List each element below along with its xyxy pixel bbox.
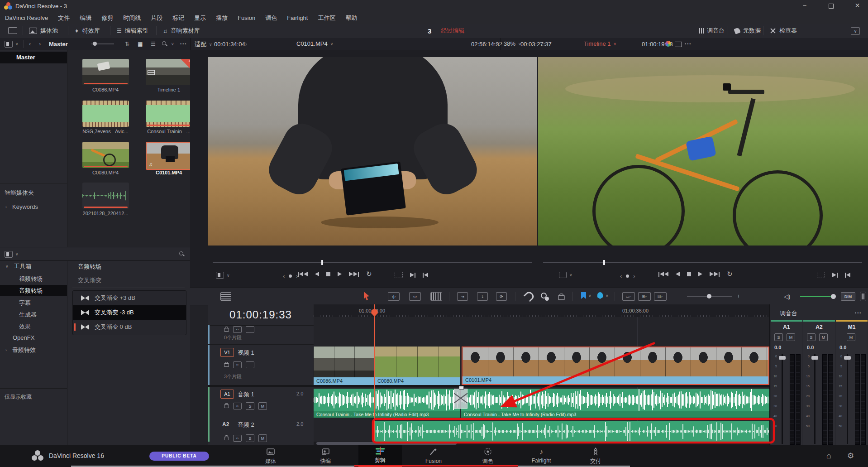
effects-library-toggle[interactable]: ✦ 特效库 <box>74 26 100 36</box>
timeline-scrub-handle[interactable] <box>603 260 605 265</box>
solo-button[interactable]: S <box>246 434 254 442</box>
stop-button[interactable] <box>687 272 691 276</box>
play-reverse-button[interactable] <box>315 272 319 276</box>
resize-frame-icon[interactable] <box>395 272 403 278</box>
sort-icon[interactable]: ⇅ <box>125 41 129 47</box>
marker-icon[interactable] <box>597 292 603 299</box>
page-tab-fusion[interactable]: Fusion <box>412 445 455 467</box>
timeline-clip-c0101-selected[interactable]: C0101.MP4 <box>462 347 769 385</box>
metadata-toggle[interactable]: 元数据 <box>734 26 761 36</box>
menu-trim[interactable]: 修剪 <box>96 14 118 22</box>
toolbox-item-titles[interactable]: 字幕 <box>19 299 31 307</box>
menu-help[interactable]: 帮助 <box>340 14 362 22</box>
transition-crossfade-plus3[interactable]: 交叉渐变 +3 dB <box>73 291 186 305</box>
transition-crossfade-0[interactable]: 交叉渐变 0 dB <box>73 320 186 334</box>
timeline-audio-clip-a2[interactable] <box>375 421 769 442</box>
loop-button[interactable]: ↻ <box>727 271 733 277</box>
page-tab-deliver[interactable]: 交付 <box>574 445 617 467</box>
last-frame-button[interactable] <box>349 272 359 277</box>
crossfade-transition-clip[interactable] <box>454 389 467 409</box>
solo-button[interactable]: S <box>246 402 254 410</box>
source-viewer-options-icon[interactable]: ••• <box>493 42 500 46</box>
menu-clip[interactable]: 片段 <box>146 14 167 22</box>
track-a1-badge[interactable]: A1 <box>220 390 234 399</box>
auto-select-icon[interactable]: ‹› <box>233 326 242 333</box>
fader-handle[interactable] <box>811 356 818 360</box>
source-viewer-mode[interactable]: ∨ <box>216 272 230 279</box>
mute-button[interactable]: M <box>787 333 795 341</box>
thumbnail-view-icon[interactable]: ▦ <box>138 41 143 47</box>
menu-playback[interactable]: 播放 <box>211 14 233 22</box>
palette-icon[interactable] <box>665 41 671 47</box>
smart-bin-keywords[interactable]: › Keywords <box>5 203 38 210</box>
solo-button[interactable]: S <box>774 333 783 341</box>
solo-button[interactable]: S <box>807 333 816 341</box>
timeline-viewer-mode[interactable]: ∨ <box>559 272 572 278</box>
minimize-button[interactable]: – <box>794 0 815 12</box>
first-frame-button[interactable] <box>658 272 668 277</box>
maximize-button[interactable] <box>820 0 841 12</box>
track-filmstrip-icon[interactable] <box>246 326 254 333</box>
match-frame-prev-icon[interactable] <box>845 273 850 278</box>
trim-mode-icon[interactable]: ‹|› <box>388 292 400 301</box>
home-icon[interactable]: ⌂ <box>826 451 831 461</box>
bin-view-icon[interactable] <box>5 41 13 48</box>
track-filmstrip-icon[interactable] <box>246 361 254 368</box>
track-lock-icon[interactable] <box>224 437 229 440</box>
play-button[interactable] <box>338 272 342 276</box>
snapping-magnet-icon[interactable] <box>524 290 535 302</box>
menu-mark[interactable]: 标记 <box>167 14 189 22</box>
timeline-viewer-options-icon[interactable]: ••• <box>685 42 692 46</box>
timeline-scrollbar-thumb[interactable] <box>316 442 457 445</box>
loop-button[interactable]: ↻ <box>366 271 372 277</box>
media-clip-timeline1[interactable]: ✓ <box>146 59 192 85</box>
toolbox-item-effects[interactable]: 效果 <box>19 323 31 331</box>
media-pool-options-icon[interactable]: ••• <box>180 42 187 46</box>
timeline-ruler[interactable]: 01:00:18:00 01:00:36:00 <box>314 304 769 318</box>
last-frame-button[interactable] <box>710 272 720 277</box>
auto-select-icon[interactable]: ‹› <box>233 435 242 442</box>
razor-tool-icon[interactable] <box>430 292 442 301</box>
play-reverse-button[interactable] <box>676 272 680 276</box>
bin-forward-button[interactable]: › <box>39 40 41 47</box>
track-a2-badge[interactable]: A2 <box>222 421 229 428</box>
play-button[interactable] <box>698 272 702 276</box>
media-clip-c0080[interactable] <box>82 142 129 168</box>
timeline-scrub-bar[interactable] <box>543 262 862 263</box>
track-v1-name[interactable]: 视频 1 <box>238 349 254 357</box>
timeline-view-options-icon[interactable] <box>220 292 231 301</box>
toolbox-header[interactable]: ∨ 工具箱 <box>5 262 32 270</box>
media-clip-nsg[interactable] <box>82 101 129 127</box>
single-viewer-icon[interactable] <box>675 42 682 47</box>
fader-handle[interactable] <box>844 356 851 360</box>
page-tab-fairlight[interactable]: ♪ Fairlight <box>520 445 563 467</box>
timeline-name-select[interactable]: Timeline 1 ∨ <box>584 40 616 47</box>
page-tab-media[interactable]: 媒体 <box>249 445 292 467</box>
page-tab-color[interactable]: 调色 <box>466 445 510 467</box>
timeline-audio-clip-a1-left[interactable]: Consoul Trainin - Take Me to Infinity (R… <box>314 389 460 418</box>
toolbox-item-audio-transitions[interactable]: 音频转场 <box>0 285 67 296</box>
menu-color[interactable]: 调色 <box>260 14 282 22</box>
menu-edit[interactable]: 编辑 <box>75 14 96 22</box>
auto-select-icon[interactable]: ‹› <box>233 403 242 409</box>
favorites-only-label[interactable]: 仅显示收藏 <box>5 393 32 401</box>
flag-chevron[interactable]: ∨ <box>588 294 591 298</box>
resize-frame-icon[interactable] <box>817 272 825 278</box>
menu-workspace[interactable]: 工作区 <box>313 14 340 22</box>
track-lock-icon[interactable] <box>224 363 229 367</box>
menu-timeline[interactable]: 时间线 <box>118 14 146 22</box>
source-fit-select[interactable]: 适配 ∨ <box>195 40 212 48</box>
media-clip-consoul[interactable] <box>146 101 192 127</box>
transition-crossfade-minus3-selected[interactable]: 交叉渐变 -3 dB <box>73 305 186 320</box>
position-lock-icon[interactable] <box>559 294 564 301</box>
track-v1-badge[interactable]: V1 <box>220 348 234 357</box>
timeline-jog-control[interactable]: ‹ › <box>620 273 635 279</box>
media-clip-20210128[interactable] <box>82 183 129 209</box>
auto-select-icon[interactable]: ‹› <box>233 361 242 368</box>
insert-clip-icon[interactable]: ⇥ <box>457 292 468 301</box>
track-lock-icon[interactable] <box>224 404 229 408</box>
timeline-scrollbar[interactable] <box>314 442 769 445</box>
thumbnail-size-slider[interactable] <box>91 43 114 44</box>
timeline-zoom-slider[interactable] <box>687 296 732 297</box>
settings-gear-icon[interactable]: ⚙ <box>847 451 854 461</box>
